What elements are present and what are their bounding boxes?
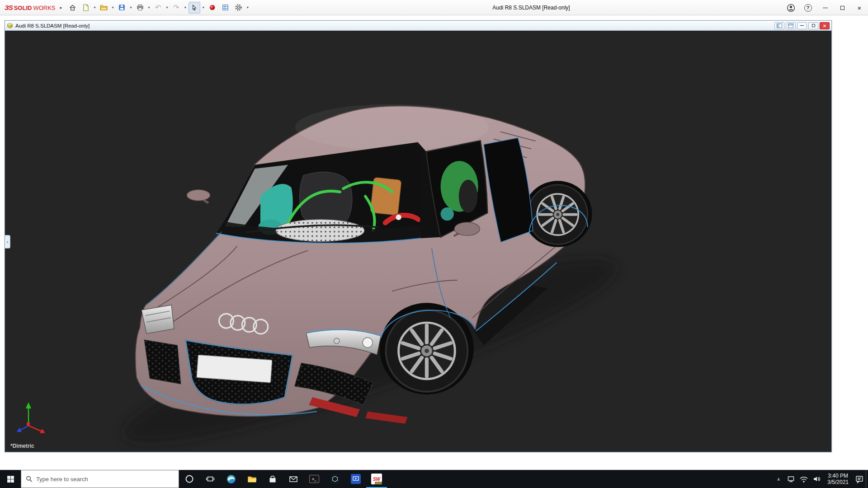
terminal-button[interactable]: >_ <box>304 470 325 488</box>
doc-close-icon: × <box>823 23 826 28</box>
select-cursor-icon <box>191 4 198 11</box>
task-view-button[interactable] <box>200 470 221 488</box>
app-close-button[interactable]: × <box>851 0 868 15</box>
redo-button[interactable]: ↷ <box>170 2 182 14</box>
app-title: Audi R8 S.SLDASM [Read-only] <box>457 5 606 11</box>
account-button[interactable] <box>782 0 799 15</box>
undo-button[interactable]: ↶ <box>152 2 164 14</box>
doc-minimize-button[interactable] <box>797 22 807 29</box>
app-restore-button[interactable] <box>834 0 851 15</box>
select-tool-button[interactable] <box>189 2 200 14</box>
panel-collapse-tab[interactable]: ‹ <box>5 235 10 249</box>
document-titlebar[interactable]: Audi R8 S.SLDASM [Read-only] × <box>5 21 831 31</box>
options-dropdown[interactable]: ▾ <box>246 5 250 9</box>
view-orientation-label: *Dimetric <box>10 443 34 449</box>
show-desktop-button[interactable] <box>866 470 868 488</box>
pane-bottom-icon <box>788 23 793 28</box>
left-mirror <box>187 190 210 201</box>
save-dropdown[interactable]: ▾ <box>129 5 133 9</box>
red-sphere-icon <box>209 4 216 11</box>
doc-restore-button[interactable] <box>808 22 818 29</box>
right-mirror <box>454 222 480 235</box>
3d-viewport[interactable]: ‹ *Dimetric <box>5 31 831 452</box>
home-icon <box>69 4 76 11</box>
cortana-icon <box>185 474 194 483</box>
menu-flyout-arrow[interactable]: ▸ <box>59 5 67 10</box>
license-plate <box>197 355 272 382</box>
pane-left-icon <box>777 23 782 28</box>
taskbar-search[interactable] <box>21 470 179 488</box>
media-app-icon <box>351 474 361 484</box>
document-title: Audi R8 S.SLDASM [Read-only] <box>15 23 90 28</box>
document-window-controls: × <box>774 22 830 29</box>
clock-time: 3:40 PM <box>828 473 848 479</box>
split-pane-left-button[interactable] <box>774 22 784 29</box>
open-button[interactable] <box>98 2 110 14</box>
media-app-button[interactable] <box>345 470 366 488</box>
print-icon <box>137 4 144 11</box>
left-headlight <box>142 305 174 334</box>
open-folder-icon <box>100 4 108 11</box>
task-view-icon <box>206 475 215 483</box>
action-center-icon <box>855 474 864 483</box>
system-tray: ∧ 3:40 PM 3/5/2021 <box>772 470 868 488</box>
help-button[interactable]: ? <box>799 0 816 15</box>
undo-icon: ↶ <box>155 4 161 11</box>
search-icon <box>26 475 33 483</box>
terminal-icon: >_ <box>309 475 319 483</box>
cortana-button[interactable] <box>179 470 200 488</box>
start-button[interactable] <box>0 470 21 488</box>
edge-icon <box>226 474 236 484</box>
tray-expand-icon: ∧ <box>777 477 780 482</box>
network-button[interactable] <box>785 470 797 488</box>
save-button[interactable] <box>116 2 128 14</box>
edge-button[interactable] <box>221 470 241 488</box>
clock-date: 3/5/2021 <box>827 479 849 485</box>
minimize-icon <box>823 8 828 8</box>
search-input[interactable] <box>36 476 174 483</box>
restore-icon <box>840 6 844 10</box>
document-window: Audi R8 S.SLDASM [Read-only] × <box>5 20 832 452</box>
doc-close-button[interactable]: × <box>820 22 830 29</box>
split-pane-bottom-button[interactable] <box>786 22 796 29</box>
volume-button[interactable] <box>810 470 823 488</box>
home-button[interactable] <box>67 2 79 14</box>
redo-dropdown[interactable]: ▾ <box>184 5 187 9</box>
mail-icon <box>288 474 298 483</box>
dark-app-button[interactable] <box>325 470 345 488</box>
volume-icon <box>812 475 821 483</box>
store-button[interactable] <box>262 470 283 488</box>
tray-expand-button[interactable]: ∧ <box>772 470 785 488</box>
wifi-button[interactable] <box>797 470 810 488</box>
app-window-controls: ? × <box>782 0 868 15</box>
file-explorer-icon <box>247 474 257 483</box>
new-document-icon <box>82 4 89 11</box>
close-icon: × <box>858 4 862 12</box>
mail-button[interactable] <box>283 470 304 488</box>
file-explorer-button[interactable] <box>241 470 262 488</box>
taskbar: >_ SW 2021 ∧ <box>0 470 868 488</box>
open-dropdown[interactable]: ▾ <box>111 5 115 9</box>
sphere-tool-button[interactable] <box>207 2 218 14</box>
taskbar-clock[interactable]: 3:40 PM 3/5/2021 <box>823 470 853 488</box>
main-toolbar: ▾ ▾ ▾ ▾ ↶ ▾ ↷ <box>67 2 250 14</box>
app-titlebar: ЗS SOLIDWORKS ▸ ▾ ▾ <box>0 0 868 15</box>
table-icon <box>222 4 229 11</box>
table-tool-button[interactable] <box>220 2 231 14</box>
workspace: Audi R8 S.SLDASM [Read-only] × <box>0 15 868 470</box>
car-model <box>5 31 831 452</box>
options-button[interactable] <box>233 2 245 14</box>
print-button[interactable] <box>134 2 146 14</box>
action-center-button[interactable] <box>853 470 866 488</box>
print-dropdown[interactable]: ▾ <box>147 5 151 9</box>
orientation-triad <box>13 398 54 436</box>
windows-logo-icon <box>7 475 14 483</box>
select-tool-dropdown[interactable]: ▾ <box>202 5 205 9</box>
network-icon <box>787 475 796 483</box>
new-document-button[interactable] <box>80 2 92 14</box>
app-minimize-button[interactable] <box>816 0 834 15</box>
solidworks-icon: SW 2021 <box>371 474 382 484</box>
solidworks-taskbar-button[interactable]: SW 2021 <box>366 470 387 488</box>
undo-dropdown[interactable]: ▾ <box>165 5 169 9</box>
new-document-dropdown[interactable]: ▾ <box>93 5 97 9</box>
